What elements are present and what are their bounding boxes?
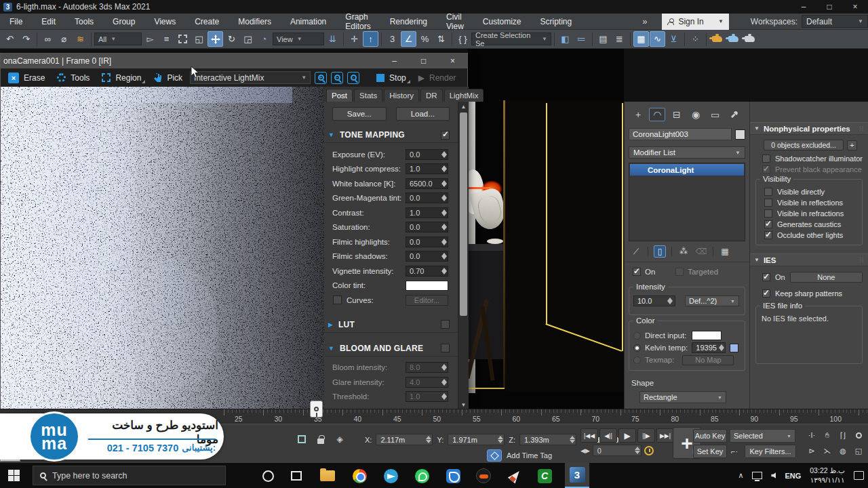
select-manipulate-icon[interactable]: ✛ [347,31,362,47]
exclude-objects-button[interactable]: 0 objects excluded... [764,140,844,150]
menu-item[interactable]: Group [103,14,144,29]
menu-item[interactable]: Scripting [531,14,582,29]
object-color-swatch[interactable] [735,129,745,140]
menu-item[interactable]: Animation [281,14,336,29]
viewport[interactable] [468,49,624,409]
vfb-tab[interactable]: Post [326,89,353,102]
spinner[interactable] [441,237,448,247]
scene-explorer-icon[interactable]: ▤ [595,31,611,47]
minimize-icon[interactable]: – [791,0,816,14]
vfb-rendered-image[interactable] [1,87,324,409]
absolute-mode-icon[interactable]: ◈ [334,433,346,445]
orbit-icon[interactable]: ◍ [835,443,850,458]
spinner[interactable] [441,222,448,232]
taskbar-search[interactable]: Type here to search [33,466,226,485]
configure-modifier-sets-icon[interactable]: ▦ [719,245,731,258]
keep-sharp-checkbox[interactable] [762,289,770,298]
tone-field[interactable]: 0.0 [406,251,448,262]
kelvin-field[interactable]: 19395 [692,342,726,353]
set-key-button[interactable]: Set Key [693,445,727,458]
selection-set-key-dropdown[interactable]: Selected▼ [730,429,795,443]
vfb-tab[interactable]: Stats [354,89,382,102]
vfb-stop-button[interactable]: Stop [372,72,411,84]
mirror-icon[interactable]: ◧ [557,31,573,47]
shadowcatcher-checkbox[interactable] [762,155,770,163]
utilities-tab-icon[interactable] [726,108,743,121]
edit-named-selections-icon[interactable]: { } [455,31,471,47]
vfb-tab[interactable]: DR [420,89,443,102]
bloom-checkbox[interactable] [441,344,450,352]
language-indicator[interactable]: ENG [785,472,801,480]
spinner[interactable] [441,392,448,401]
spinner[interactable] [634,445,641,455]
spinner[interactable] [497,434,504,445]
add-time-tag[interactable]: Add Time Tag [487,449,552,462]
menu-item[interactable]: Rendering [380,14,437,29]
spinner[interactable] [425,434,432,445]
tone-field[interactable]: 0.0 [406,222,448,232]
rect-selection-icon[interactable] [175,31,191,47]
spinner[interactable] [441,208,448,218]
zoom-region-icon[interactable]: ⌈⌋ [835,428,850,443]
texmap-radio[interactable] [633,357,641,364]
rocket-app-icon[interactable] [507,467,524,485]
key-filters-button[interactable]: Key Filters... [745,445,796,458]
align-icon[interactable]: ≔ [574,31,589,47]
shape-dropdown[interactable]: Rectangle▼ [639,391,726,403]
walk-through-icon[interactable]: ⋋ [820,443,835,458]
file-explorer-icon[interactable] [319,467,336,485]
isolate-selection-icon[interactable]: ·I· [804,428,819,443]
modify-tab-icon[interactable]: ◠ [649,108,665,121]
menu-item[interactable]: Views [144,14,185,29]
tone-field[interactable]: 1.0 [406,207,448,218]
modifier-stack[interactable]: CoronaLight [629,163,745,241]
window-crossing-icon[interactable]: ◱ [191,31,207,47]
menu-item[interactable]: Edit [32,14,65,29]
whatsapp-icon[interactable] [413,467,431,485]
telegram-icon[interactable] [382,467,399,485]
scroll-down-icon[interactable]: ▼ [458,400,469,409]
vfb-panel-scrollbar[interactable]: ▲ ▼ [458,102,469,409]
curves-editor-button[interactable]: Editor... [406,295,448,306]
tone-field[interactable]: 1.0 [406,163,448,174]
intensity-field[interactable]: 10.0 [633,296,675,306]
expand-arrow-icon[interactable]: ▶ [328,321,333,328]
bloom-field[interactable]: 8.0 [406,362,448,373]
angle-snap-icon[interactable]: ∠ [401,31,416,47]
key-step-icon[interactable]: ◀▶ [580,447,590,454]
schematic-view-icon[interactable]: ⊻ [666,31,682,47]
selection-region-icon[interactable] [296,433,308,445]
menu-item[interactable]: Modifiers [229,14,281,29]
direct-input-radio[interactable] [633,332,641,340]
spinner[interactable] [441,251,448,261]
select-link-icon[interactable]: ∞ [40,31,56,47]
play-icon[interactable]: ▶ [618,428,636,443]
menu-item[interactable]: Tools [65,14,103,29]
next-frame-icon[interactable]: ||▶ [637,428,655,443]
targeted-checkbox[interactable] [675,268,684,276]
ies-rollout-header[interactable]: ▼ IES ⁞⁞ [750,253,868,266]
blue-app-icon[interactable] [444,467,462,485]
pan-hand-icon[interactable]: ✋︎ [820,428,835,443]
add-exclude-button[interactable]: + [847,140,857,150]
undo-icon[interactable]: ↶ [2,31,18,47]
pin-marker[interactable] [310,401,323,418]
tray-expand-icon[interactable]: ∧ [738,471,743,480]
show-end-result-icon[interactable]: ▯ [654,245,666,258]
on-checkbox[interactable] [633,268,641,276]
spinner[interactable] [441,179,448,188]
named-selection-dropdown[interactable]: Create Selection Se▼ [471,33,551,45]
speaker-icon[interactable] [771,472,776,479]
vfb-titlebar[interactable]: onaCamera001 | Frame 0 [IR] – □ × [1,54,467,68]
collapse-arrow-icon[interactable]: ▼ [328,131,334,138]
selection-lock-icon[interactable] [315,433,327,445]
nonphysical-rollout-header[interactable]: ▼ Nonphysical properties ⁞⁞ [750,122,868,135]
scroll-up-icon[interactable]: ▲ [458,102,469,111]
current-frame-field[interactable]: 0 [593,445,642,456]
use-pivot-center-icon[interactable]: ⇊ [325,31,340,47]
spinner[interactable] [441,150,448,159]
time-configuration-icon[interactable] [644,446,654,455]
menu-item[interactable]: Customize [473,14,531,29]
spinner[interactable] [718,343,724,352]
visible-reflections-checkbox[interactable] [764,199,772,207]
